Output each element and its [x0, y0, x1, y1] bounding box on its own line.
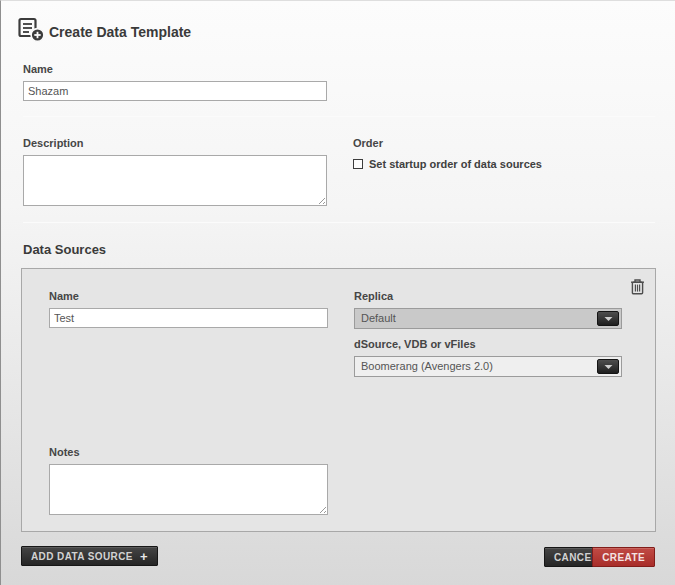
page-title: Create Data Template [49, 24, 191, 40]
dsource-label: dSource, VDB or vFiles [354, 338, 476, 350]
create-template-icon [18, 17, 46, 43]
notes-label: Notes [49, 446, 80, 458]
description-textarea[interactable] [23, 155, 327, 206]
replica-select[interactable]: Default [354, 308, 622, 329]
add-data-source-button[interactable]: ADD DATA SOURCE + [21, 546, 158, 566]
dsource-selected-value: Boomerang (Avengers 2.0) [361, 360, 493, 372]
section-divider [23, 222, 655, 223]
data-source-card: Name Replica Default dSource, VDB or vFi… [21, 268, 656, 532]
startup-order-checkbox-label[interactable]: Set startup order of data sources [369, 158, 542, 170]
plus-icon: + [140, 550, 148, 563]
create-button[interactable]: CREATE [592, 547, 655, 567]
chevron-down-icon[interactable] [597, 311, 619, 326]
ds-name-label: Name [49, 290, 79, 302]
create-data-template-dialog: Create Data Template Name Description Or… [0, 0, 675, 585]
section-divider [23, 116, 655, 117]
startup-order-checkbox[interactable] [353, 159, 363, 169]
ds-name-input[interactable] [49, 308, 328, 328]
trash-icon[interactable] [630, 278, 645, 295]
description-textarea-wrap [23, 155, 327, 206]
order-label: Order [353, 137, 383, 149]
chevron-down-icon[interactable] [597, 359, 619, 374]
replica-label: Replica [354, 290, 393, 302]
notes-textarea-wrap [49, 464, 328, 515]
name-label: Name [23, 63, 53, 75]
dsource-select[interactable]: Boomerang (Avengers 2.0) [354, 356, 622, 377]
replica-selected-value: Default [361, 312, 396, 324]
name-input[interactable] [23, 81, 327, 101]
notes-textarea[interactable] [49, 464, 328, 515]
description-label: Description [23, 137, 84, 149]
create-button-label: CREATE [602, 552, 645, 563]
add-data-source-label: ADD DATA SOURCE [31, 551, 133, 562]
data-sources-heading: Data Sources [23, 242, 106, 257]
startup-order-row: Set startup order of data sources [353, 158, 542, 170]
